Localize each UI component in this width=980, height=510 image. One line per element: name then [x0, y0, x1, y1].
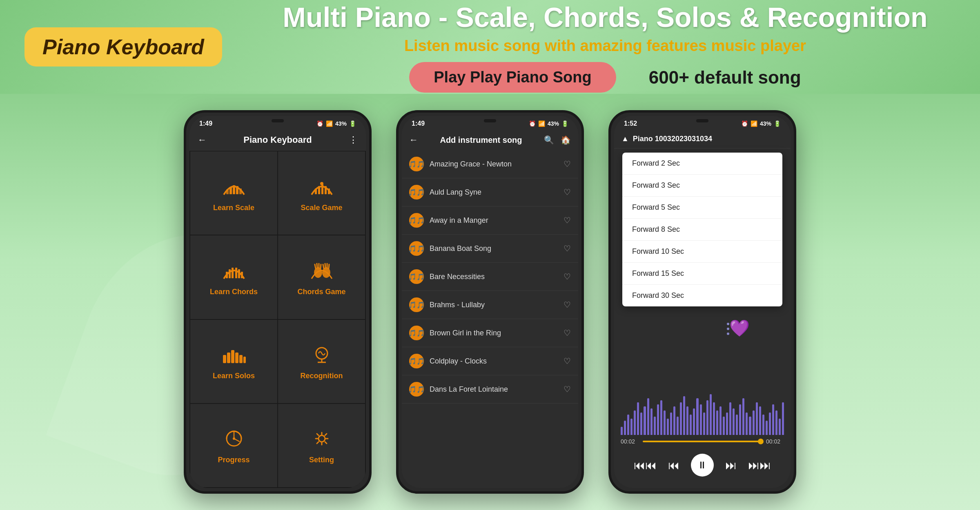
song-item[interactable]: 🎵Dans La Foret Lointaine♡	[402, 375, 578, 404]
waveform	[621, 378, 784, 435]
alarm-icon: ⏰	[316, 120, 323, 127]
waveform-bar	[713, 402, 715, 435]
svg-rect-29	[231, 350, 234, 363]
song-name: Away in a Manger	[430, 216, 564, 225]
waveform-bar	[644, 406, 646, 435]
song-item[interactable]: 🎵Auld Lang Syne♡	[402, 178, 578, 206]
waveform-bar	[670, 412, 672, 435]
song-item[interactable]: 🎵Coldplay - Clocks♡	[402, 347, 578, 375]
menu-item-chords-game[interactable]: Chords Game	[278, 235, 365, 319]
favorite-icon[interactable]: ♡	[564, 215, 571, 225]
waveform-bar	[664, 410, 666, 435]
menu-label: Progress	[218, 456, 249, 464]
fast-forward-button[interactable]: ⏭⏭	[748, 459, 771, 472]
favorite-icon[interactable]: ♡	[564, 187, 571, 197]
time-end: 00:02	[766, 438, 784, 445]
banner-title: Multi Piano - Scale, Chords, Solos & Rec…	[255, 1, 956, 33]
signal-icon-2: 📶	[538, 120, 545, 127]
favorite-icon[interactable]: ♡	[564, 159, 571, 169]
menu-item-setting[interactable]: Setting	[278, 404, 365, 487]
favorite-icon[interactable]: ♡	[564, 300, 571, 310]
svg-rect-6	[318, 186, 320, 194]
player-title: Piano 10032023031034	[633, 135, 712, 143]
favorite-icon[interactable]: ♡	[564, 328, 571, 338]
dots-area	[727, 323, 729, 335]
favorite-icon[interactable]: ♡	[564, 384, 571, 394]
waveform-bar	[775, 410, 777, 435]
svg-rect-30	[235, 353, 238, 363]
svg-rect-16	[241, 272, 243, 278]
menu-item-recognition[interactable]: Recognition	[278, 320, 365, 403]
svg-rect-4	[239, 188, 242, 194]
favorite-icon[interactable]: ♡	[564, 272, 571, 282]
svg-rect-0	[226, 189, 229, 194]
song-music-icon: 🎵	[409, 185, 424, 200]
song-item[interactable]: 🎵Brahms - Lullaby♡	[402, 291, 578, 319]
prev-button[interactable]: ⏮	[668, 459, 679, 472]
song-header-icons: 🔍 🏠	[544, 135, 571, 145]
banner-pill-row: Play Play Piano Song 600+ default song	[255, 62, 956, 93]
status-icons-2: ⏰ 📶 43% 🔋	[529, 120, 568, 127]
rewind-button[interactable]: ⏮⏮	[634, 459, 657, 472]
song-item[interactable]: 🎵Amazing Grace - Newton♡	[402, 150, 578, 178]
menu-item-progress[interactable]: Progress	[190, 404, 277, 487]
song-item[interactable]: 🎵Brown Girl in the Ring♡	[402, 319, 578, 347]
svg-line-23	[323, 264, 324, 268]
svg-rect-1	[229, 187, 232, 194]
dropdown-item[interactable]: Forward 15 Sec	[622, 263, 782, 285]
app-logo: Piano Keyboard	[24, 27, 222, 67]
scale-game-icon	[305, 174, 338, 199]
song-item[interactable]: 🎵Banana Boat Song♡	[402, 235, 578, 263]
back-button-1[interactable]: ←	[198, 135, 207, 145]
time-2: 1:49	[412, 120, 425, 127]
back-button-2[interactable]: ←	[409, 135, 418, 145]
progress-bar[interactable]	[643, 441, 762, 442]
waveform-bar	[686, 406, 688, 435]
waveform-bar	[677, 417, 679, 435]
dropdown-item[interactable]: Forward 30 Sec	[622, 285, 782, 306]
menu-item-learn-solos[interactable]: Learn Solos	[190, 320, 277, 403]
menu-item-learn-scale[interactable]: Learn Scale	[190, 151, 277, 235]
dot-1	[727, 323, 729, 325]
waveform-bar	[710, 394, 712, 435]
app-header-1: ← Piano Keyboard ⋮	[189, 130, 366, 151]
pause-button[interactable]: ⏸	[691, 454, 714, 477]
waveform-bar	[673, 406, 675, 435]
waveform-bar	[766, 421, 768, 435]
song-name: Banana Boat Song	[430, 244, 564, 253]
alarm-icon-3: ⏰	[741, 120, 748, 127]
dropdown-item[interactable]: Forward 5 Sec	[622, 197, 782, 219]
progress-fill	[643, 441, 760, 442]
menu-item-learn-chords[interactable]: Learn Chords	[190, 235, 277, 319]
song-item[interactable]: 🎵Away in a Manger♡	[402, 206, 578, 235]
song-name: Amazing Grace - Newton	[430, 160, 564, 169]
waveform-area: 💜 00:02 00:02 ⏮⏮ ⏮	[614, 310, 791, 488]
next-button[interactable]: ⏭	[725, 459, 737, 472]
favorite-icon[interactable]: ♡	[564, 244, 571, 253]
waveform-bar	[772, 404, 774, 435]
waveform-bar	[733, 408, 735, 435]
app-title-1: Piano Keyboard	[243, 135, 312, 145]
status-bar-1: 1:49 ⏰ 📶 43% 🔋	[189, 116, 366, 130]
waveform-bar	[696, 398, 698, 435]
dropdown-item[interactable]: Forward 2 Sec	[622, 153, 782, 175]
dropdown-item[interactable]: Forward 8 Sec	[622, 219, 782, 241]
svg-line-26	[329, 264, 329, 268]
more-button-1[interactable]: ⋮	[349, 135, 358, 145]
favorite-icon[interactable]: ♡	[564, 356, 571, 366]
song-music-icon: 🎵	[409, 326, 424, 340]
song-header: ← Add instrument song 🔍 🏠	[402, 130, 578, 150]
play-pill[interactable]: Play Play Piano Song	[409, 62, 616, 93]
search-icon-2[interactable]: 🔍	[544, 135, 554, 145]
waveform-bar	[640, 412, 642, 435]
waveform-bar	[706, 400, 708, 435]
expand-icon[interactable]: ▲	[621, 135, 629, 143]
menu-item-scale-game[interactable]: Scale Game	[278, 151, 365, 235]
waveform-bar	[726, 412, 728, 435]
song-item[interactable]: 🎵Bare Necessities♡	[402, 263, 578, 291]
svg-rect-28	[227, 353, 230, 363]
status-bar-2: 1:49 ⏰ 📶 43% 🔋	[402, 116, 578, 130]
home-icon-2[interactable]: 🏠	[561, 135, 571, 145]
dropdown-item[interactable]: Forward 3 Sec	[622, 175, 782, 197]
dropdown-item[interactable]: Forward 10 Sec	[622, 241, 782, 263]
